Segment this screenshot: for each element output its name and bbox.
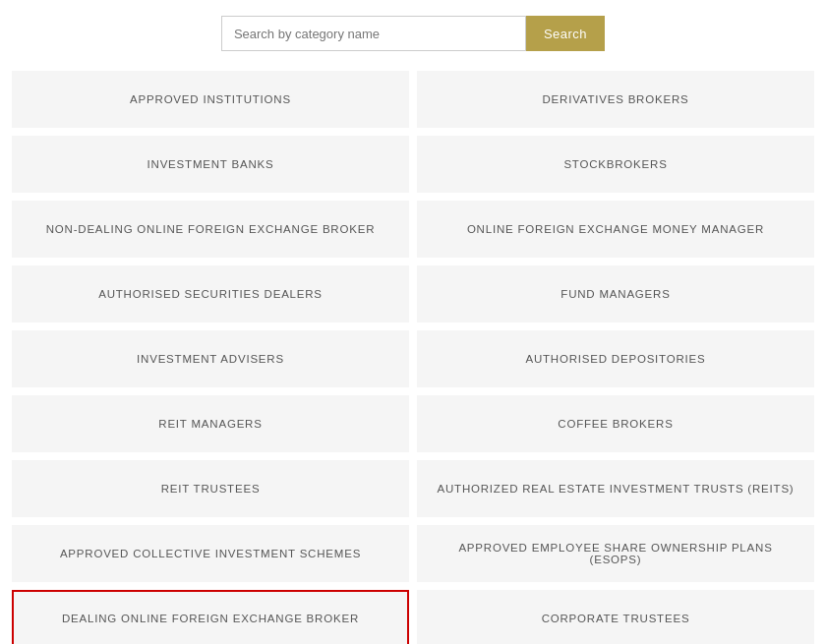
category-grid: APPROVED INSTITUTIONSDERIVATIVES BROKERS… <box>0 67 826 644</box>
category-item-authorised-securities-dealers[interactable]: AUTHORISED SECURITIES DEALERS <box>12 265 409 322</box>
search-button[interactable]: Search <box>526 16 605 51</box>
category-item-dealing-online-forex-broker[interactable]: DEALING ONLINE FOREIGN EXCHANGE BROKER <box>12 590 409 644</box>
category-item-approved-esops[interactable]: APPROVED EMPLOYEE SHARE OWNERSHIP PLANS … <box>417 525 814 582</box>
search-bar: Search <box>0 0 826 67</box>
category-item-reit-managers[interactable]: REIT MANAGERS <box>12 395 409 452</box>
search-input[interactable] <box>221 16 526 51</box>
category-item-approved-collective-investment-schemes[interactable]: APPROVED COLLECTIVE INVESTMENT SCHEMES <box>12 525 409 582</box>
category-item-investment-banks[interactable]: INVESTMENT BANKS <box>12 136 409 193</box>
category-item-non-dealing-online-forex-broker[interactable]: NON-DEALING ONLINE FOREIGN EXCHANGE BROK… <box>12 201 409 258</box>
category-item-coffee-brokers[interactable]: COFFEE BROKERS <box>417 395 814 452</box>
category-item-online-forex-money-manager[interactable]: ONLINE FOREIGN EXCHANGE MONEY MANAGER <box>417 201 814 258</box>
category-item-stockbrokers[interactable]: STOCKBROKERS <box>417 136 814 193</box>
category-item-fund-managers[interactable]: FUND MANAGERS <box>417 265 814 322</box>
category-item-reit-trustees[interactable]: REIT TRUSTEES <box>12 460 409 517</box>
category-item-corporate-trustees[interactable]: CORPORATE TRUSTEES <box>417 590 814 644</box>
category-item-authorized-reits[interactable]: AUTHORIZED REAL ESTATE INVESTMENT TRUSTS… <box>417 460 814 517</box>
category-item-derivatives-brokers[interactable]: DERIVATIVES BROKERS <box>417 71 814 128</box>
category-item-investment-advisers[interactable]: INVESTMENT ADVISERS <box>12 330 409 387</box>
category-item-authorised-depositories[interactable]: AUTHORISED DEPOSITORIES <box>417 330 814 387</box>
category-item-approved-institutions[interactable]: APPROVED INSTITUTIONS <box>12 71 409 128</box>
